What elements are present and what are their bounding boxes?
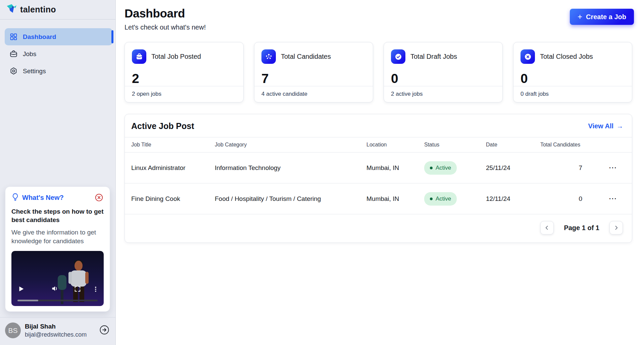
briefcase-icon [132, 49, 146, 64]
fullscreen-icon[interactable] [74, 285, 81, 293]
settings-icon [9, 67, 18, 76]
active-job-post-panel: Active Job Post View All → Job Title Job… [125, 114, 632, 243]
video-progress-bar[interactable] [17, 300, 98, 301]
whats-new-heading: Check the steps on how to get best candi… [11, 207, 104, 224]
table-row[interactable]: Linux Administrator Information Technolo… [125, 153, 632, 183]
stat-card-total-draft-jobs: Total Draft Jobs 0 2 active jobs [384, 42, 503, 102]
lightbulb-icon [11, 193, 19, 203]
column-header: Job Title [125, 137, 215, 153]
location-cell: Mumbai, IN [366, 153, 424, 183]
whats-new-body: We give the information to get knowledge… [11, 228, 104, 246]
sidebar-item-label: Settings [23, 68, 46, 75]
page-subtitle: Let's check out what's new! [125, 24, 632, 31]
column-header: Status [424, 137, 486, 153]
table-header-row: Job Title Job Category Location Status D… [125, 137, 632, 153]
main-content: Dashboard Let's check out what's new! + … [116, 0, 644, 345]
profile-arrow-icon[interactable] [99, 325, 109, 336]
app-window: talentino Dashboard [0, 0, 644, 345]
logo-text: talentino [20, 5, 56, 14]
row-menu-icon[interactable]: ⋯ [609, 195, 617, 203]
status-dot-icon [430, 198, 433, 200]
create-job-button[interactable]: + Create a Job [570, 9, 634, 25]
sidebar-item-jobs[interactable]: Jobs [5, 45, 112, 62]
stat-card-total-candidates: Total Candidates 7 4 active candidate [254, 42, 373, 102]
stat-card-total-closed-jobs: Total Closed Jobs 0 0 draft jobs [513, 42, 632, 102]
close-icon[interactable] [94, 193, 104, 202]
pagination: Page 1 of 1 [125, 214, 632, 243]
candidates-icon [261, 49, 276, 64]
sidebar-item-settings[interactable]: Settings [5, 62, 112, 80]
date-cell: 12/11/24 [486, 183, 540, 214]
status-badge: Active [424, 192, 457, 206]
prev-page-button[interactable] [540, 221, 554, 234]
view-all-link[interactable]: View All → [588, 122, 623, 130]
stat-value: 0 [521, 71, 625, 86]
total-candidates-cell: 7 [540, 153, 594, 183]
location-cell: Mumbai, IN [366, 183, 424, 214]
table-row[interactable]: Fine Dining Cook Food / Hospitality / To… [125, 183, 632, 214]
stat-footer: 4 active candidate [254, 86, 373, 102]
page-indicator: Page 1 of 1 [564, 224, 599, 232]
whats-new-title: What's New? [22, 194, 64, 202]
sidebar: talentino Dashboard [0, 0, 116, 345]
status-dot-icon [430, 167, 433, 169]
arrow-right-icon: → [616, 122, 623, 130]
sidebar-item-label: Jobs [23, 50, 36, 58]
stats-row: Total Job Posted 2 2 open jobs [125, 42, 632, 102]
column-header: Job Category [215, 137, 366, 153]
plus-icon: + [578, 13, 582, 21]
sidebar-item-label: Dashboard [23, 33, 56, 41]
sidebar-item-dashboard[interactable]: Dashboard [5, 28, 112, 45]
stat-footer: 2 active jobs [384, 86, 502, 102]
panel-title: Active Job Post [131, 121, 194, 131]
briefcase-icon [9, 50, 18, 58]
video-player[interactable] [11, 251, 104, 306]
stat-footer: 0 draft jobs [513, 86, 632, 102]
jobs-table: Job Title Job Category Location Status D… [125, 137, 632, 214]
stat-label: Total Job Posted [151, 53, 201, 60]
stat-label: Total Closed Jobs [540, 53, 593, 60]
column-header: Date [486, 137, 540, 153]
status-badge: Active [424, 161, 457, 175]
stat-card-total-job-posted: Total Job Posted 2 2 open jobs [125, 42, 244, 102]
logo: talentino [0, 0, 115, 19]
volume-icon[interactable] [51, 285, 59, 293]
total-candidates-cell: 0 [540, 183, 594, 214]
stat-value: 7 [261, 71, 366, 86]
next-page-button[interactable] [609, 221, 623, 234]
stat-footer: 2 open jobs [125, 86, 243, 102]
stat-value: 2 [132, 71, 236, 86]
column-header: Location [366, 137, 424, 153]
video-character [11, 251, 104, 306]
profile-section: BS Bijal Shah bijal@redswitches.com [0, 317, 115, 345]
whats-new-card: What's New? Check the steps on how to ge… [5, 186, 110, 312]
stat-label: Total Candidates [281, 53, 331, 60]
row-menu-icon[interactable]: ⋯ [609, 164, 617, 172]
profile-name: Bijal Shah [25, 323, 87, 330]
dashboard-grid-icon [9, 33, 18, 41]
column-header: Total Candidates [540, 137, 594, 153]
avatar: BS [5, 322, 21, 338]
close-circle-icon [521, 49, 535, 64]
kebab-menu-icon[interactable] [92, 285, 99, 293]
job-category-cell: Food / Hospitality / Tourism / Catering [215, 183, 366, 214]
talentino-logo-icon [5, 3, 17, 16]
sidebar-nav: Dashboard Jobs [0, 19, 115, 80]
date-cell: 25/11/24 [486, 153, 540, 183]
job-category-cell: Information Technology [215, 153, 366, 183]
stat-label: Total Draft Jobs [410, 53, 457, 60]
check-circle-icon [391, 49, 405, 64]
job-title-cell: Linux Administrator [125, 153, 215, 183]
page-title: Dashboard [125, 7, 632, 20]
play-icon[interactable] [17, 285, 25, 293]
job-title-cell: Fine Dining Cook [125, 183, 215, 214]
profile-email: bijal@redswitches.com [25, 331, 87, 338]
stat-value: 0 [391, 71, 495, 86]
